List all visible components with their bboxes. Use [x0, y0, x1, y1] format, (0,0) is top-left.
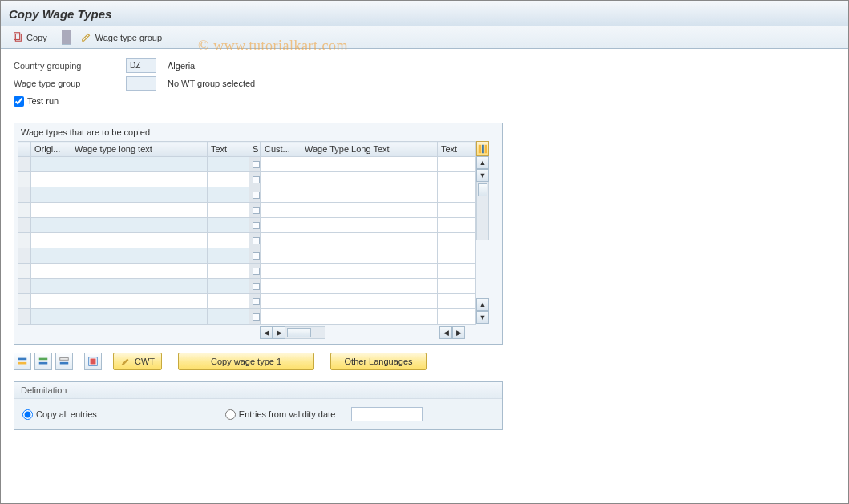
- test-run-checkbox[interactable]: [14, 96, 24, 107]
- cell-text2[interactable]: [438, 172, 476, 187]
- cell-customer[interactable]: [261, 294, 301, 309]
- cell-wt-longtext[interactable]: [71, 187, 208, 203]
- cell-text2[interactable]: [438, 233, 476, 248]
- cell-select[interactable]: [249, 294, 261, 309]
- cell-origin[interactable]: [31, 157, 71, 172]
- table-settings-icon[interactable]: [476, 141, 489, 156]
- cell-wt-longtext2[interactable]: [301, 309, 438, 325]
- cell-text[interactable]: [208, 279, 249, 294]
- hscroll-track-left[interactable]: [285, 326, 325, 339]
- hscroll-thumb[interactable]: [287, 328, 311, 337]
- cell-select[interactable]: [249, 157, 261, 172]
- row-selector[interactable]: [18, 248, 31, 264]
- cell-select[interactable]: [249, 248, 261, 264]
- wage-type-group-button[interactable]: Wage type group: [75, 30, 168, 46]
- cell-origin[interactable]: [31, 203, 71, 218]
- cell-select[interactable]: [249, 309, 261, 325]
- delete-row-icon[interactable]: [34, 353, 52, 370]
- cell-origin[interactable]: [31, 233, 71, 248]
- cell-select[interactable]: [249, 172, 261, 187]
- cell-wt-longtext[interactable]: [71, 264, 208, 279]
- cell-select[interactable]: [249, 187, 261, 203]
- cell-text[interactable]: [208, 294, 249, 309]
- row-selector[interactable]: [18, 203, 31, 218]
- scroll-down-icon[interactable]: ▼: [476, 169, 489, 182]
- cell-wt-longtext2[interactable]: [301, 294, 438, 309]
- cell-customer[interactable]: [261, 157, 301, 172]
- cell-wt-longtext2[interactable]: [301, 218, 438, 233]
- col-customer[interactable]: Cust...: [261, 142, 301, 157]
- cell-wt-longtext2[interactable]: [301, 248, 438, 264]
- cell-text2[interactable]: [438, 309, 476, 325]
- cell-text[interactable]: [208, 203, 249, 218]
- hscroll-left2-icon[interactable]: ◀: [439, 326, 452, 339]
- row-selector-header[interactable]: [18, 142, 31, 157]
- col-text2[interactable]: Text: [438, 142, 476, 157]
- cell-customer[interactable]: [261, 218, 301, 233]
- cwt-button[interactable]: CWT: [113, 353, 162, 370]
- cell-customer[interactable]: [261, 203, 301, 218]
- cell-origin[interactable]: [31, 294, 71, 309]
- cell-wt-longtext2[interactable]: [301, 233, 438, 248]
- scroll-up-icon[interactable]: ▲: [476, 156, 489, 169]
- row-selector[interactable]: [18, 187, 31, 203]
- cell-wt-longtext[interactable]: [71, 309, 208, 325]
- cell-origin[interactable]: [31, 279, 71, 294]
- cell-text[interactable]: [208, 218, 249, 233]
- cell-wt-longtext2[interactable]: [301, 203, 438, 218]
- copy-wage-type-1-button[interactable]: Copy wage type 1: [178, 353, 314, 370]
- insert-row-icon[interactable]: [14, 353, 31, 370]
- select-all-icon[interactable]: [84, 353, 102, 370]
- cell-text[interactable]: [208, 172, 249, 187]
- cell-wt-longtext2[interactable]: [301, 187, 438, 203]
- cell-text2[interactable]: [438, 264, 476, 279]
- cell-text[interactable]: [208, 233, 249, 248]
- row-selector[interactable]: [18, 309, 31, 325]
- col-origin[interactable]: Origi...: [31, 142, 71, 157]
- cell-text[interactable]: [208, 157, 249, 172]
- row-selector[interactable]: [18, 264, 31, 279]
- cell-text[interactable]: [208, 187, 249, 203]
- cell-wt-longtext2[interactable]: [301, 264, 438, 279]
- cell-text2[interactable]: [438, 279, 476, 294]
- cell-text[interactable]: [208, 264, 249, 279]
- cell-wt-longtext2[interactable]: [301, 157, 438, 172]
- row-selector[interactable]: [18, 233, 31, 248]
- cell-wt-longtext[interactable]: [71, 203, 208, 218]
- col-sel[interactable]: S: [249, 142, 261, 157]
- hscroll-right2-icon[interactable]: ▶: [452, 326, 465, 339]
- vscroll-thumb[interactable]: [478, 183, 487, 196]
- cell-origin[interactable]: [31, 172, 71, 187]
- cell-wt-longtext2[interactable]: [301, 172, 438, 187]
- copy-row-icon[interactable]: [55, 353, 73, 370]
- cell-origin[interactable]: [31, 309, 71, 325]
- cell-origin[interactable]: [31, 187, 71, 203]
- cell-select[interactable]: [249, 279, 261, 294]
- cell-text2[interactable]: [438, 294, 476, 309]
- cell-select[interactable]: [249, 203, 261, 218]
- cell-customer[interactable]: [261, 187, 301, 203]
- cell-origin[interactable]: [31, 248, 71, 264]
- cell-customer[interactable]: [261, 172, 301, 187]
- cell-wt-longtext[interactable]: [71, 218, 208, 233]
- cell-text[interactable]: [208, 309, 249, 325]
- country-grouping-input[interactable]: DZ: [126, 58, 156, 73]
- copy-button[interactable]: Copy: [6, 30, 54, 46]
- cell-text2[interactable]: [438, 203, 476, 218]
- col-wt-longtext[interactable]: Wage type long text: [71, 142, 208, 157]
- scroll-down2-icon[interactable]: ▼: [476, 311, 489, 324]
- row-selector[interactable]: [18, 279, 31, 294]
- vscroll-track[interactable]: [476, 182, 489, 240]
- row-selector[interactable]: [18, 294, 31, 309]
- row-selector[interactable]: [18, 157, 31, 172]
- cell-text2[interactable]: [438, 248, 476, 264]
- cell-origin[interactable]: [31, 264, 71, 279]
- hscroll-left-icon[interactable]: ◀: [260, 326, 273, 339]
- cell-origin[interactable]: [31, 218, 71, 233]
- cell-wt-longtext[interactable]: [71, 294, 208, 309]
- cell-text2[interactable]: [438, 157, 476, 172]
- cell-customer[interactable]: [261, 264, 301, 279]
- entries-from-date-radio[interactable]: [225, 409, 236, 420]
- scroll-up2-icon[interactable]: ▲: [476, 298, 489, 311]
- wage-type-group-input[interactable]: [126, 76, 156, 91]
